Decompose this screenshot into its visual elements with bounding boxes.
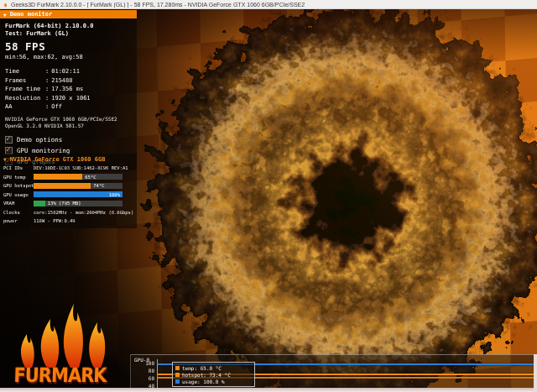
gpu-panel-header[interactable]: ▼ NVIDIA GeForce GTX 1060 6GB xyxy=(0,154,137,164)
stat-row-frametime: Frame time:17.356 ms xyxy=(5,85,137,94)
vram-bar: 13% (795 MB) xyxy=(34,201,123,206)
stat-value-frametime: 17.356 ms xyxy=(51,86,83,92)
furmark-logo: FURMARK xyxy=(13,295,123,388)
stat-row-aa: AA:Off xyxy=(5,102,137,112)
window-right-border xyxy=(534,354,537,392)
fps-readout: 58 FPS xyxy=(5,40,137,53)
vram-row: VRAM 13% (795 MB) xyxy=(0,199,137,208)
furmark-window: Geeks3D FurMark 2.10.0.0 - [ FurMark (GL… xyxy=(0,0,537,392)
stat-row-frames: Frames:215488 xyxy=(5,76,137,86)
gpu-usage-bar: 100% xyxy=(34,191,123,197)
gpu-temp-value: 65°C xyxy=(85,175,96,180)
graph-legend: temp: 65.0 °C hotspot: 73.4 °C usage: 10… xyxy=(172,362,255,387)
legend-swatch-temp xyxy=(175,366,180,370)
fps-minmax: min:56, max:62, avg:58 xyxy=(5,54,137,61)
gpu-graph-panel: GPU-0 100 80 60 40 temp: 65.0 °C hotspot… xyxy=(130,354,537,388)
y-tick-100: 100 xyxy=(133,361,154,366)
clocks-row: Clocks core:1582MHz - mem:2004MHz (8.0Gb… xyxy=(0,208,137,217)
gpu-temp-row: GPU temp 65°C xyxy=(0,173,137,182)
app-version-line: FurMark (64-bit) 2.10.0.0 xyxy=(5,23,137,30)
stat-value-resolution: 1920 x 1061 xyxy=(51,95,90,102)
pci-ids-row: PCI IDs DEV:10DE-1C03 SUB:1462-8C96 REV:… xyxy=(0,164,137,173)
window-title: Geeks3D FurMark 2.10.0.0 - [ FurMark (GL… xyxy=(11,2,305,8)
stat-value-frames: 215488 xyxy=(51,77,72,84)
test-line: Test: FurMark (GL) xyxy=(5,30,137,38)
y-tick-60: 60 xyxy=(133,376,154,381)
legend-swatch-hotspot xyxy=(175,373,180,377)
gpu-monitor-panel: ▼ NVIDIA GeForce GTX 1060 6GB PCI IDs DE… xyxy=(0,154,137,228)
titlebar[interactable]: Geeks3D FurMark 2.10.0.0 - [ FurMark (GL… xyxy=(0,0,537,9)
renderer-line: NVIDIA GeForce GTX 1060 6GB/PCIe/SSE2 xyxy=(5,116,137,123)
pci-ids-value: DEV:10DE-1C03 SUB:1462-8C96 REV:A1 xyxy=(34,165,128,170)
legend-temp: temp: 65.0 °C xyxy=(175,364,252,371)
y-tick-80: 80 xyxy=(133,368,154,374)
gpu-name: NVIDIA GeForce GTX 1060 6GB xyxy=(10,156,106,163)
gpu-usage-value: 100% xyxy=(109,192,120,197)
bar-fill xyxy=(34,201,45,206)
opengl-info-block: NVIDIA GeForce GTX 1060 6GB/PCIe/SSE2 Op… xyxy=(5,116,137,129)
window-bottom-border xyxy=(0,388,537,392)
checkbox-box[interactable]: ✓ xyxy=(5,136,13,144)
vram-value: 13% (795 MB) xyxy=(48,201,81,206)
power-value: 118W - PPW:0.49 xyxy=(34,218,76,223)
stat-value-time: 01:02:11 xyxy=(51,68,80,75)
collapse-triangle-icon: ▼ xyxy=(3,156,7,162)
checkmark-icon: ✓ xyxy=(6,145,11,154)
legend-swatch-usage xyxy=(175,379,180,384)
collapse-triangle-icon: ▼ xyxy=(3,12,7,18)
demo-monitor-header[interactable]: ▼ Demo monitor xyxy=(0,10,137,18)
demo-monitor-title: Demo monitor xyxy=(10,11,53,18)
bar-fill xyxy=(34,183,91,189)
legend-usage: usage: 100.0 % xyxy=(175,378,252,384)
gpu-temp-bar: 65°C xyxy=(34,174,123,180)
render-viewport: ▼ Demo monitor FurMark (64-bit) 2.10.0.0… xyxy=(0,9,537,388)
checkbox-demo-options[interactable]: ✓ Demo options xyxy=(5,134,137,145)
stat-row-resolution: Resolution:1920 x 1061 xyxy=(5,94,137,103)
furmark-flames-icon xyxy=(15,301,114,369)
opengl-line: OpenGL 3.2.0 NVIDIA 581.57 xyxy=(5,123,137,129)
clocks-value: core:1582MHz - mem:2004MHz (8.0Gbps) xyxy=(34,210,133,215)
stats-block: Time:01:02:11 Frames:215488 Frame time:1… xyxy=(5,67,137,112)
stat-value-aa: Off xyxy=(51,103,62,110)
legend-hotspot: hotspot: 73.4 °C xyxy=(175,371,252,378)
bar-fill xyxy=(34,174,82,180)
gpu-usage-row: GPU usage 100% xyxy=(0,191,137,200)
app-icon xyxy=(3,2,8,8)
demo-monitor-panel: ▼ Demo monitor FurMark (64-bit) 2.10.0.0… xyxy=(0,10,137,170)
gpu-hotspot-value: 74°C xyxy=(93,183,104,188)
power-row: power 118W - PPW:0.49 xyxy=(0,217,137,226)
checkmark-icon: ✓ xyxy=(6,134,11,143)
stat-row-time: Time:01:02:11 xyxy=(5,67,137,76)
gpu-hotspot-row: GPU hotspot 74°C xyxy=(0,181,137,191)
furmark-logo-text: FURMARK xyxy=(13,364,107,387)
gpu-hotspot-bar: 74°C xyxy=(34,183,123,189)
